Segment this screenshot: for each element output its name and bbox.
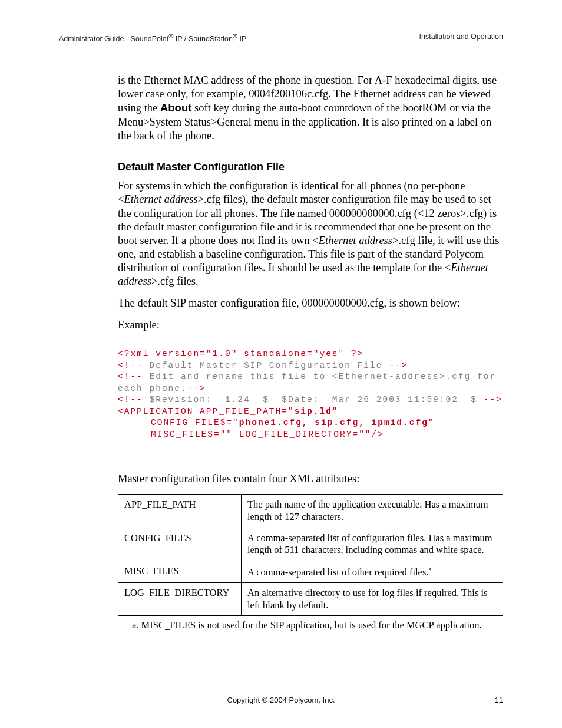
- attr-desc: An alternative directory to use for log …: [242, 582, 503, 615]
- attr-desc: The path name of the application executa…: [242, 495, 503, 528]
- code-text: <!--: [118, 372, 150, 381]
- code-text: ": [428, 418, 435, 427]
- attr-desc: A comma-separated list of configuration …: [242, 528, 503, 561]
- section-heading: Default Master Configuration File: [118, 160, 503, 174]
- paragraph: For systems in which the configuration i…: [118, 179, 503, 288]
- text: Administrator Guide - SoundPoint: [59, 35, 168, 43]
- table-row: MISC_FILES A comma-separated list of oth…: [118, 561, 503, 582]
- running-header: Administrator Guide - SoundPoint® IP / S…: [59, 32, 503, 43]
- italic-text: Ethernet address: [319, 235, 392, 246]
- table-footnote: a. MISC_FILES is not used for the SIP ap…: [132, 620, 503, 632]
- header-left: Administrator Guide - SoundPoint® IP / S…: [59, 32, 246, 43]
- attr-name: LOG_FILE_DIRECTORY: [118, 582, 242, 615]
- paragraph: The default SIP master configuration fil…: [118, 297, 503, 310]
- text: IP: [237, 35, 246, 43]
- page: Administrator Guide - SoundPoint® IP / S…: [0, 0, 562, 728]
- code-bold: sip.ld: [295, 407, 332, 416]
- code-comment: Default Master SIP Configuration File: [150, 361, 383, 370]
- table-row: CONFIG_FILES A comma-separated list of c…: [118, 528, 503, 561]
- code-text: -->: [187, 384, 206, 393]
- paragraph: is the Ethernet MAC address of the phone…: [118, 74, 503, 143]
- example-label: Example:: [118, 318, 503, 332]
- code-comment: $Revision: 1.24 $ $Date: Mar 26 2003 11:…: [150, 395, 477, 404]
- attr-name: MISC_FILES: [118, 561, 242, 582]
- code-text: <!--: [118, 361, 150, 370]
- code-line: CONFIG_FILES="phone1.cfg, sip.cfg, ipmid…: [118, 417, 435, 429]
- code-line: <!-- $Revision: 1.24 $ $Date: Mar 26 200…: [118, 395, 503, 404]
- code-text: ": [332, 407, 339, 416]
- code-block: <?xml version="1.0" standalone="yes" ?> …: [118, 337, 503, 453]
- header-right: Installation and Operation: [419, 32, 503, 43]
- registered-mark: ®: [233, 32, 237, 39]
- code-text: <APPLICATION APP_FILE_PATH=": [118, 407, 295, 416]
- code-text: CONFIG_FILES=": [151, 418, 239, 427]
- text: IP / SoundStation: [173, 35, 233, 43]
- code-line: <!-- Edit and rename this file to <Ether…: [118, 372, 503, 393]
- footer-copyright: Copyright © 2004 Polycom, Inc.: [59, 696, 503, 704]
- table-row: APP_FILE_PATH The path name of the appli…: [118, 495, 503, 528]
- code-text: -->: [382, 361, 408, 370]
- page-number: 11: [495, 696, 503, 704]
- italic-text: Ethernet address: [124, 193, 197, 205]
- table-row: LOG_FILE_DIRECTORY An alternative direct…: [118, 582, 503, 615]
- text: A comma-separated list of other required…: [247, 566, 428, 577]
- code-comment: Edit and rename this file to <Ethernet-a…: [118, 372, 503, 393]
- softkey-name: About: [160, 101, 191, 114]
- code-line: <APPLICATION APP_FILE_PATH="sip.ld": [118, 407, 339, 416]
- code-text: <!--: [118, 395, 150, 404]
- paragraph: Master configuration files contain four …: [118, 472, 503, 486]
- code-line: <!-- Default Master SIP Configuration Fi…: [118, 361, 408, 370]
- attr-name: CONFIG_FILES: [118, 528, 242, 561]
- code-line: MISC_FILES="" LOG_FILE_DIRECTORY=""/>: [118, 429, 384, 441]
- attr-name: APP_FILE_PATH: [118, 495, 242, 528]
- attr-desc: A comma-separated list of other required…: [242, 561, 503, 582]
- text: >.cfg files.: [151, 275, 199, 287]
- code-line: <?xml version="1.0" standalone="yes" ?>: [118, 349, 363, 358]
- footnote-ref: a: [428, 565, 431, 572]
- code-text: -->: [477, 395, 503, 404]
- code-bold: phone1.cfg, sip.cfg, ipmid.cfg: [239, 418, 428, 427]
- attributes-table: APP_FILE_PATH The path name of the appli…: [118, 494, 503, 616]
- content-column: is the Ethernet MAC address of the phone…: [118, 74, 503, 632]
